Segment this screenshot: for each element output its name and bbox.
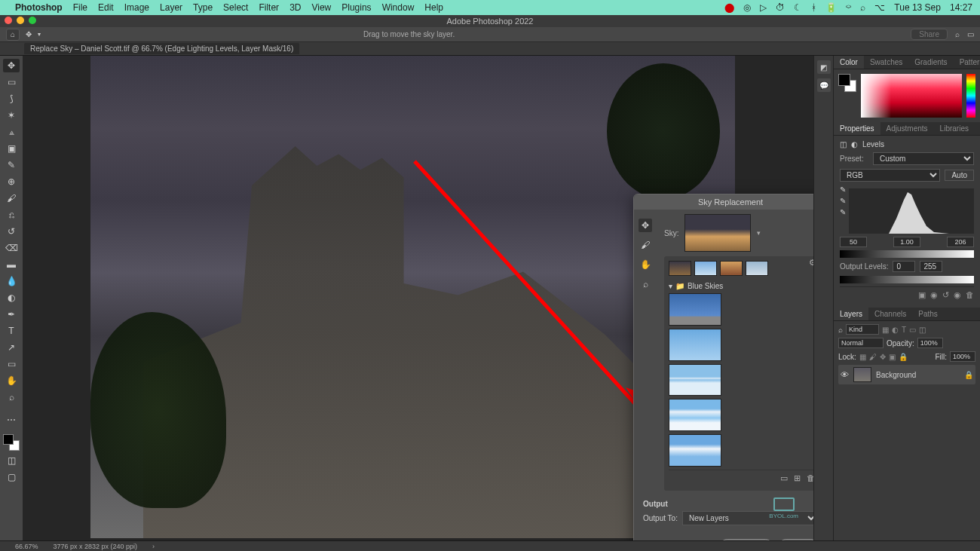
tab-channels[interactable]: Channels [868,308,912,320]
out-black-input[interactable] [893,261,915,272]
color-picker-box[interactable] [861,74,962,118]
sky-replacement-dialog[interactable]: Sky Replacement ✥ 🖌 ✋ ⌕ Sky: ▾ ⚙︎ [633,194,813,540]
sky-thumb-2[interactable] [669,329,721,361]
sky-list[interactable] [669,293,813,467]
tab-swatches[interactable]: Swatches [864,56,908,69]
histogram[interactable] [849,188,974,234]
status-dims[interactable]: 3776 px x 2832 px (240 ppi) [54,543,138,550]
auto-button[interactable]: Auto [945,170,974,181]
filter-search-icon[interactable]: ⌕ [838,326,843,334]
doc-tab[interactable]: Replace Sky – Daniel Scott.tif @ 66.7% (… [24,43,299,54]
hue-strip[interactable] [966,74,975,118]
lasso-tool[interactable]: ⟆ [3,92,20,106]
mini-panel-1[interactable]: ◩ [817,60,831,74]
eyedropper-white-icon[interactable]: ✎ [840,208,846,216]
out-white-input[interactable] [920,261,942,272]
fill-input[interactable] [950,351,975,362]
view-prev-icon[interactable]: ◉ [930,290,938,300]
output-gradient[interactable] [840,276,974,283]
lock-artb-icon[interactable]: ▣ [889,353,896,361]
share-button[interactable]: Share [911,29,948,40]
visibility-icon[interactable]: ◉ [954,290,961,300]
menu-type[interactable]: Type [193,2,213,13]
lock-trans-icon[interactable]: ▦ [859,353,866,361]
status-chevron-icon[interactable]: › [152,543,155,550]
menubar-time[interactable]: 14:27 [950,2,972,13]
path-tool[interactable]: ↗ [3,341,20,354]
history-brush-tool[interactable]: ↺ [3,225,20,238]
zoom-tool[interactable]: ⌕ [3,390,20,404]
record-icon[interactable]: ⬤ [724,2,734,13]
blend-mode[interactable] [838,338,884,348]
heal-tool[interactable]: ⊕ [3,175,20,188]
brush-tool[interactable]: 🖌 [3,191,20,205]
wifi-icon[interactable]: ⌔ [846,2,851,13]
workspace-icon[interactable]: ▭ [967,30,974,38]
preset-thumb-4[interactable] [746,261,768,276]
add-icon[interactable]: ⊞ [794,473,801,483]
menubar-app[interactable]: Photoshop [15,2,63,13]
lock-all-icon[interactable]: 🔒 [899,353,908,361]
battery-icon[interactable]: 🔋 [825,2,837,13]
sky-thumb-1[interactable] [669,293,721,326]
spotlight-icon[interactable]: ⌕ [860,2,865,13]
pen-tool[interactable]: ✒ [3,308,20,321]
eye-icon[interactable]: 👁 [841,370,849,379]
preset-thumb-2[interactable] [694,261,717,276]
color-chips[interactable] [3,434,20,451]
move-tool-icon[interactable]: ✥ [26,30,32,38]
moon-icon[interactable]: ☾ [794,2,802,13]
eyedropper-gray-icon[interactable]: ✎ [840,197,846,205]
sky-thumb-3[interactable] [669,364,721,396]
bluetooth-icon[interactable]: ᚼ [811,2,816,13]
kind-filter[interactable] [846,324,879,335]
lock-paint-icon[interactable]: 🖌 [869,353,877,361]
dodge-tool[interactable]: ◐ [3,291,20,305]
mid-input[interactable] [893,237,920,247]
gradient-tool[interactable]: ▬ [3,258,20,271]
minimize-icon[interactable] [17,17,24,24]
menu-window[interactable]: Window [382,2,415,13]
menu-image[interactable]: Image [124,2,149,13]
search-icon[interactable]: ⌕ [955,30,960,38]
lock-icon[interactable]: 🔒 [964,371,973,379]
close-icon[interactable] [5,17,12,24]
preset-thumb-3[interactable] [720,261,743,276]
canvas-area[interactable]: ☟ Sky Replacement ✥ 🖌 ✋ ⌕ Sky: ▾ [23,56,813,540]
menubar-date[interactable]: Tue 13 Sep [894,2,941,13]
opacity-input[interactable] [917,338,943,348]
channel-select[interactable]: RGB [840,169,940,182]
eyedropper-tool[interactable]: ✎ [3,158,20,172]
tab-layers[interactable]: Layers [834,308,868,320]
filter-adj-icon[interactable]: ◐ [892,326,899,334]
menu-help[interactable]: Help [424,2,443,13]
filter-type-icon[interactable]: T [902,326,906,334]
filter-smart-icon[interactable]: ◫ [919,326,926,334]
menu-edit[interactable]: Edit [98,2,114,13]
highlight-input[interactable] [947,237,974,247]
marquee-tool[interactable]: ▭ [3,75,20,89]
blur-tool[interactable]: 💧 [3,274,20,288]
tab-color[interactable]: Color [834,56,864,69]
fg-color-chip[interactable] [3,434,14,445]
tab-paths[interactable]: Paths [912,308,944,320]
screenmode-tool[interactable]: ▢ [3,470,20,484]
menu-view[interactable]: View [311,2,331,13]
filter-pixel-icon[interactable]: ▦ [882,326,889,334]
menu-3d[interactable]: 3D [289,2,301,13]
quickmask-tool[interactable]: ◫ [3,454,20,467]
folder-blue-skies[interactable]: ▾ 📁 Blue Skies [669,282,813,290]
reset-icon[interactable]: ↺ [942,290,949,300]
sky-thumb-5[interactable] [669,434,721,467]
target-icon[interactable]: ◎ [743,2,751,13]
dialog-brush-tool[interactable]: 🖌 [639,238,652,252]
more-tools[interactable]: ⋯ [3,413,20,427]
sky-thumb-4[interactable] [669,399,721,431]
ok-button[interactable]: OK [779,539,813,540]
hand-tool[interactable]: ✋ [3,374,20,387]
dialog-zoom-tool[interactable]: ⌕ [639,277,652,291]
menu-plugins[interactable]: Plugins [341,2,371,13]
layer-thumb[interactable] [853,367,871,382]
sky-dropdown-icon[interactable]: ▾ [757,229,761,237]
menu-select[interactable]: Select [223,2,248,13]
